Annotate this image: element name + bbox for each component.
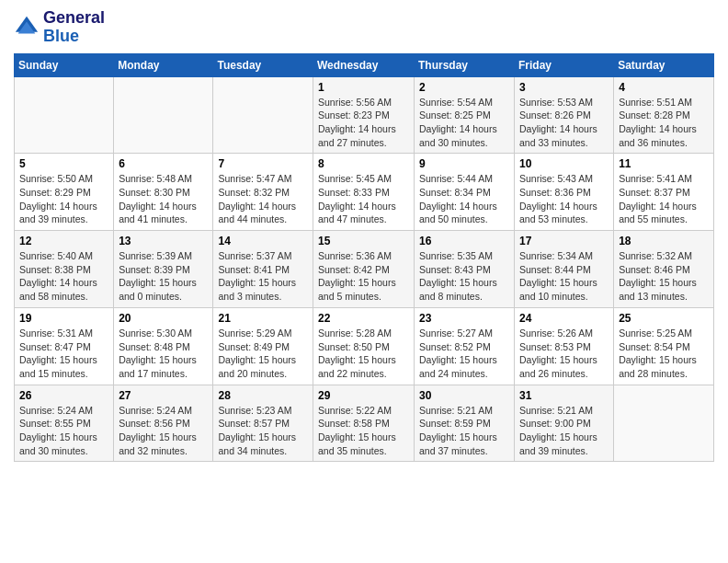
weekday-header: Friday: [515, 53, 614, 76]
day-number: 1: [318, 81, 409, 94]
calendar-cell: 6Sunrise: 5:48 AMSunset: 8:30 PMDaylight…: [114, 154, 213, 231]
day-number: 7: [218, 157, 308, 170]
day-info: Sunrise: 5:29 AMSunset: 8:49 PMDaylight:…: [218, 327, 308, 381]
day-info: Sunrise: 5:43 AMSunset: 8:36 PMDaylight:…: [519, 172, 609, 226]
day-info: Sunrise: 5:27 AMSunset: 8:52 PMDaylight:…: [419, 327, 509, 381]
calendar-cell: 14Sunrise: 5:37 AMSunset: 8:41 PMDayligh…: [213, 231, 313, 308]
day-info: Sunrise: 5:41 AMSunset: 8:37 PMDaylight:…: [619, 172, 709, 226]
calendar-cell: 29Sunrise: 5:22 AMSunset: 8:58 PMDayligh…: [313, 385, 415, 462]
day-number: 21: [218, 312, 308, 325]
day-number: 11: [619, 157, 709, 170]
calendar-cell: 2Sunrise: 5:54 AMSunset: 8:25 PMDaylight…: [415, 76, 515, 154]
day-info: Sunrise: 5:54 AMSunset: 8:25 PMDaylight:…: [419, 96, 509, 150]
day-number: 14: [218, 235, 308, 247]
calendar-cell: 13Sunrise: 5:39 AMSunset: 8:39 PMDayligh…: [114, 231, 213, 308]
calendar-cell: 18Sunrise: 5:32 AMSunset: 8:46 PMDayligh…: [614, 231, 714, 308]
calendar-header-row: SundayMondayTuesdayWednesdayThursdayFrid…: [15, 53, 714, 76]
day-number: 10: [519, 157, 609, 170]
calendar-cell: 26Sunrise: 5:24 AMSunset: 8:55 PMDayligh…: [15, 385, 114, 462]
day-number: 25: [619, 312, 709, 325]
day-info: Sunrise: 5:37 AMSunset: 8:41 PMDaylight:…: [218, 249, 308, 304]
calendar-cell: 19Sunrise: 5:31 AMSunset: 8:47 PMDayligh…: [15, 307, 114, 385]
calendar-cell: 31Sunrise: 5:21 AMSunset: 9:00 PMDayligh…: [515, 385, 614, 462]
calendar-cell: 12Sunrise: 5:40 AMSunset: 8:38 PMDayligh…: [15, 231, 114, 308]
day-info: Sunrise: 5:24 AMSunset: 8:55 PMDaylight:…: [19, 404, 108, 458]
day-info: Sunrise: 5:39 AMSunset: 8:39 PMDaylight:…: [119, 249, 208, 304]
day-info: Sunrise: 5:23 AMSunset: 8:57 PMDaylight:…: [218, 404, 308, 458]
day-info: Sunrise: 5:25 AMSunset: 8:54 PMDaylight:…: [619, 327, 709, 381]
weekday-header: Tuesday: [213, 53, 313, 76]
calendar-cell: [614, 385, 714, 462]
day-info: Sunrise: 5:48 AMSunset: 8:30 PMDaylight:…: [119, 172, 208, 226]
day-info: Sunrise: 5:24 AMSunset: 8:56 PMDaylight:…: [119, 404, 208, 458]
weekday-header: Wednesday: [313, 53, 415, 76]
day-number: 20: [119, 312, 208, 325]
calendar-cell: 8Sunrise: 5:45 AMSunset: 8:33 PMDaylight…: [313, 154, 415, 231]
page-header: General Blue: [14, 9, 714, 46]
day-number: 13: [119, 235, 208, 247]
calendar-cell: [15, 76, 114, 154]
day-info: Sunrise: 5:28 AMSunset: 8:50 PMDaylight:…: [318, 327, 409, 381]
calendar-week-row: 5Sunrise: 5:50 AMSunset: 8:29 PMDaylight…: [15, 154, 714, 231]
calendar-week-row: 1Sunrise: 5:56 AMSunset: 8:23 PMDaylight…: [15, 76, 714, 154]
weekday-header: Monday: [114, 53, 213, 76]
day-info: Sunrise: 5:22 AMSunset: 8:58 PMDaylight:…: [318, 404, 409, 458]
day-number: 17: [519, 235, 609, 247]
day-info: Sunrise: 5:21 AMSunset: 9:00 PMDaylight:…: [519, 404, 609, 458]
calendar-cell: 3Sunrise: 5:53 AMSunset: 8:26 PMDaylight…: [515, 76, 614, 154]
calendar-week-row: 26Sunrise: 5:24 AMSunset: 8:55 PMDayligh…: [15, 385, 714, 462]
day-number: 28: [218, 389, 308, 402]
calendar-cell: 28Sunrise: 5:23 AMSunset: 8:57 PMDayligh…: [213, 385, 313, 462]
calendar-week-row: 12Sunrise: 5:40 AMSunset: 8:38 PMDayligh…: [15, 231, 714, 308]
day-info: Sunrise: 5:40 AMSunset: 8:38 PMDaylight:…: [19, 249, 108, 304]
calendar-cell: 15Sunrise: 5:36 AMSunset: 8:42 PMDayligh…: [313, 231, 415, 308]
day-number: 18: [619, 235, 709, 247]
calendar-cell: 22Sunrise: 5:28 AMSunset: 8:50 PMDayligh…: [313, 307, 415, 385]
day-number: 3: [519, 81, 609, 94]
day-info: Sunrise: 5:56 AMSunset: 8:23 PMDaylight:…: [318, 96, 409, 150]
calendar-cell: 25Sunrise: 5:25 AMSunset: 8:54 PMDayligh…: [614, 307, 714, 385]
day-number: 12: [19, 235, 108, 247]
day-number: 6: [119, 157, 208, 170]
calendar-cell: 10Sunrise: 5:43 AMSunset: 8:36 PMDayligh…: [515, 154, 614, 231]
day-info: Sunrise: 5:51 AMSunset: 8:28 PMDaylight:…: [619, 96, 709, 150]
weekday-header: Saturday: [614, 53, 714, 76]
day-number: 4: [619, 81, 709, 94]
day-number: 30: [419, 389, 509, 402]
day-number: 23: [419, 312, 509, 325]
day-number: 8: [318, 157, 409, 170]
weekday-header: Sunday: [15, 53, 114, 76]
calendar-cell: 23Sunrise: 5:27 AMSunset: 8:52 PMDayligh…: [415, 307, 515, 385]
day-info: Sunrise: 5:45 AMSunset: 8:33 PMDaylight:…: [318, 172, 409, 226]
day-number: 2: [419, 81, 509, 94]
day-info: Sunrise: 5:21 AMSunset: 8:59 PMDaylight:…: [419, 404, 509, 458]
calendar-cell: 5Sunrise: 5:50 AMSunset: 8:29 PMDaylight…: [15, 154, 114, 231]
calendar-cell: 1Sunrise: 5:56 AMSunset: 8:23 PMDaylight…: [313, 76, 415, 154]
day-info: Sunrise: 5:53 AMSunset: 8:26 PMDaylight:…: [519, 96, 609, 150]
calendar-cell: 11Sunrise: 5:41 AMSunset: 8:37 PMDayligh…: [614, 154, 714, 231]
day-info: Sunrise: 5:34 AMSunset: 8:44 PMDaylight:…: [519, 249, 609, 304]
calendar-cell: [213, 76, 313, 154]
calendar-table: SundayMondayTuesdayWednesdayThursdayFrid…: [14, 53, 714, 463]
calendar-week-row: 19Sunrise: 5:31 AMSunset: 8:47 PMDayligh…: [15, 307, 714, 385]
calendar-cell: 21Sunrise: 5:29 AMSunset: 8:49 PMDayligh…: [213, 307, 313, 385]
calendar-cell: 24Sunrise: 5:26 AMSunset: 8:53 PMDayligh…: [515, 307, 614, 385]
day-number: 24: [519, 312, 609, 325]
day-number: 27: [119, 389, 208, 402]
calendar-cell: [114, 76, 213, 154]
day-number: 15: [318, 235, 409, 247]
day-info: Sunrise: 5:26 AMSunset: 8:53 PMDaylight:…: [519, 327, 609, 381]
day-info: Sunrise: 5:35 AMSunset: 8:43 PMDaylight:…: [419, 249, 509, 304]
day-number: 9: [419, 157, 509, 170]
day-info: Sunrise: 5:50 AMSunset: 8:29 PMDaylight:…: [19, 172, 108, 226]
day-number: 26: [19, 389, 108, 402]
day-info: Sunrise: 5:31 AMSunset: 8:47 PMDaylight:…: [19, 327, 108, 381]
logo-text: General Blue: [43, 9, 105, 46]
calendar-cell: 4Sunrise: 5:51 AMSunset: 8:28 PMDaylight…: [614, 76, 714, 154]
day-number: 19: [19, 312, 108, 325]
calendar-cell: 9Sunrise: 5:44 AMSunset: 8:34 PMDaylight…: [415, 154, 515, 231]
day-info: Sunrise: 5:47 AMSunset: 8:32 PMDaylight:…: [218, 172, 308, 226]
calendar-cell: 16Sunrise: 5:35 AMSunset: 8:43 PMDayligh…: [415, 231, 515, 308]
day-number: 29: [318, 389, 409, 402]
day-number: 16: [419, 235, 509, 247]
